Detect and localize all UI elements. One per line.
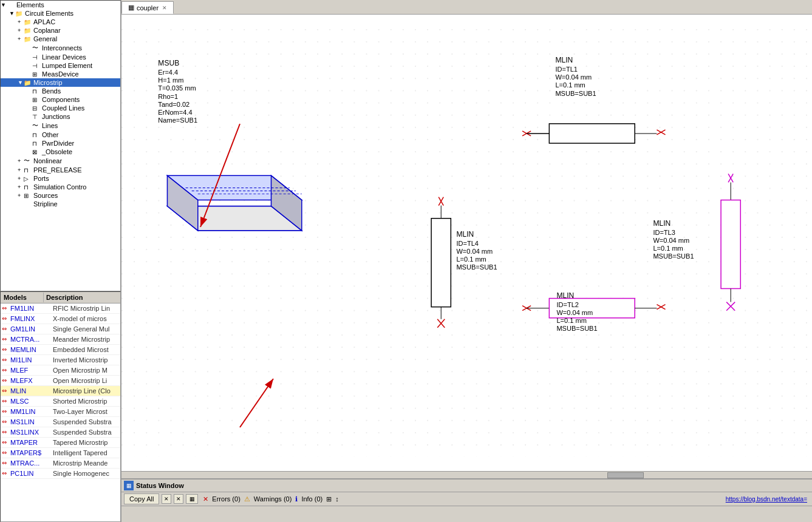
tree-item-coplanar[interactable]: + 📁 Coplanar bbox=[1, 26, 120, 35]
tree-item-components[interactable]: ⊞ Components bbox=[1, 95, 120, 104]
model-description: Microstrip Meande bbox=[50, 459, 120, 467]
model-name: MS1LINX bbox=[8, 428, 50, 436]
model-row-fm1lin[interactable]: ⇔ FM1LIN RFIC Microstrip Lin bbox=[1, 303, 120, 314]
svg-text:W=0.04 mm: W=0.04 mm bbox=[556, 309, 593, 316]
model-row-pc1lin[interactable]: ⇔ PC1LIN Single Homogenec bbox=[1, 469, 120, 479]
model-name: MLSC bbox=[8, 397, 50, 405]
models-list[interactable]: ⇔ FM1LIN RFIC Microstrip Lin ⇔ FMLINX X-… bbox=[1, 303, 120, 521]
tree-icon: 📁 bbox=[24, 27, 32, 34]
copy-all-button[interactable]: Copy All bbox=[124, 493, 159, 504]
tab-close-icon[interactable]: ✕ bbox=[162, 5, 167, 11]
model-row-mlin[interactable]: ⇔ MLIN Microstrip Line (Clo bbox=[1, 386, 120, 396]
model-arrow-icon: ⇔ bbox=[1, 376, 8, 385]
tree-item-bends[interactable]: ⊓ Bends bbox=[1, 87, 120, 95]
model-row-mlef[interactable]: ⇔ MLEF Open Microstrip M bbox=[1, 365, 120, 376]
scroll-thumb[interactable] bbox=[607, 472, 644, 478]
tab-coupler[interactable]: ▦ coupler ✕ bbox=[121, 1, 174, 14]
tree-icon: ⊓ bbox=[32, 140, 41, 147]
filter-button[interactable]: ▦ bbox=[186, 494, 198, 504]
model-name: PC1LIN bbox=[8, 469, 50, 478]
tree-icon: ⊞ bbox=[32, 97, 41, 103]
tree-toggle: + bbox=[18, 167, 24, 173]
tree-label: MeasDevice bbox=[42, 70, 79, 78]
tree-item-sources[interactable]: + ⊞ Sources bbox=[1, 191, 120, 200]
tree-item-lines[interactable]: 〜 Lines bbox=[1, 121, 120, 130]
model-row-memlin[interactable]: ⇔ MEMLIN Embedded Microst bbox=[1, 345, 120, 355]
tree-item-junctions[interactable]: ⊤ Junctions bbox=[1, 112, 120, 121]
model-arrow-icon: ⇔ bbox=[1, 325, 8, 333]
tree-label: APLAC bbox=[33, 18, 55, 25]
tree-icon: ⊓ bbox=[32, 88, 41, 95]
svg-text:Er=4.4: Er=4.4 bbox=[158, 69, 178, 76]
svg-text:H=1 mm: H=1 mm bbox=[158, 76, 183, 84]
tree-label: Nonlinear bbox=[33, 157, 62, 164]
model-name: MTRAC... bbox=[8, 459, 50, 467]
tree-item-obsolete[interactable]: ⊠ _Obsolete bbox=[1, 147, 120, 156]
model-description: Intelligent Tapered bbox=[50, 449, 120, 457]
model-row-gm1lin[interactable]: ⇔ GM1LIN Single General Mul bbox=[1, 324, 120, 334]
tree-item-meas-device[interactable]: ⊞ MeasDevice bbox=[1, 70, 120, 78]
svg-text:MLIN: MLIN bbox=[556, 291, 574, 300]
model-row-ms1linx[interactable]: ⇔ MS1LINX Suspended Substra bbox=[1, 427, 120, 438]
tree-item-aplac[interactable]: + 📁 APLAC bbox=[1, 18, 120, 26]
tree-toggle: + bbox=[18, 175, 24, 181]
tree-icon: ⊣ bbox=[32, 63, 41, 69]
tree-icon: ⊣ bbox=[32, 54, 41, 61]
tree-item-ports[interactable]: + ▷ Ports bbox=[1, 174, 120, 183]
filter-icon-2: ↕ bbox=[335, 495, 339, 503]
model-row-mtrac...[interactable]: ⇔ MTRAC... Microstrip Meande bbox=[1, 458, 120, 469]
tree-item-other[interactable]: ⊓ Other bbox=[1, 130, 120, 139]
model-row-mm1lin[interactable]: ⇔ MM1LIN Two-Layer Microst bbox=[1, 407, 120, 417]
errors-count: Errors (0) bbox=[212, 495, 240, 503]
tree-label: Lumped Element bbox=[42, 62, 92, 69]
model-name: MLEF bbox=[8, 366, 50, 375]
model-row-mlsc[interactable]: ⇔ MLSC Shorted Microstrip bbox=[1, 396, 120, 407]
model-arrow-icon: ⇔ bbox=[1, 366, 8, 375]
tree-item-sim-control[interactable]: + ⊓ Simulation Contro bbox=[1, 183, 120, 191]
model-row-mtaper$[interactable]: ⇔ MTAPER$ Intelligent Tapered bbox=[1, 448, 120, 458]
tree-item-general[interactable]: + 📁 General bbox=[1, 35, 120, 43]
model-description: Inverted Microstrip bbox=[50, 356, 120, 364]
tree-item-microstrip[interactable]: ▼ 📁 Microstrip bbox=[1, 78, 120, 87]
tree-label: Ports bbox=[33, 175, 49, 182]
tree-item-pwr-divider[interactable]: ⊓ PwrDivider bbox=[1, 139, 120, 147]
model-arrow-icon: ⇔ bbox=[1, 469, 8, 478]
tree-item-circuit-elements[interactable]: ▼ 📁 Circuit Elements bbox=[1, 9, 120, 18]
model-row-mtaper[interactable]: ⇔ MTAPER Tapered Microstrip bbox=[1, 438, 120, 448]
svg-text:Name=SUB1: Name=SUB1 bbox=[158, 117, 197, 124]
model-row-mctra...[interactable]: ⇔ MCTRA... Meander Microstrip bbox=[1, 334, 120, 345]
status-window-icon: ▦ bbox=[124, 481, 134, 490]
model-row-mi1lin[interactable]: ⇔ MI1LIN Inverted Microstrip bbox=[1, 355, 120, 365]
model-arrow-icon: ⇔ bbox=[1, 345, 8, 354]
model-arrow-icon: ⇔ bbox=[1, 356, 8, 364]
tree-toggle: + bbox=[18, 19, 24, 25]
info-count: Info (0) bbox=[301, 495, 322, 503]
tree-item-linear-devices[interactable]: ⊣ Linear Devices bbox=[1, 53, 120, 61]
model-description: RFIC Microstrip Lin bbox=[50, 304, 120, 313]
tree-icon: ⊤ bbox=[32, 114, 41, 120]
model-arrow-icon: ⇔ bbox=[1, 438, 8, 447]
tree-panel[interactable]: ▼ Elements ▼ 📁 Circuit Elements + 📁 APLA… bbox=[0, 0, 121, 291]
models-header: Models Description bbox=[1, 292, 120, 303]
tree-item-pre-release[interactable]: + ⊓ PRE_RELEASE bbox=[1, 166, 120, 174]
status-url[interactable]: https://blog.bsdn.net/textdata= bbox=[726, 496, 810, 503]
tree-item-interconnects[interactable]: 〜 Interconnects bbox=[1, 43, 120, 53]
clear-button-1[interactable]: ✕ bbox=[162, 494, 171, 504]
tree-icon: 〜 bbox=[32, 121, 41, 130]
tree-item-lumped-element[interactable]: ⊣ Lumped Element bbox=[1, 61, 120, 70]
svg-text:Tand=0.02: Tand=0.02 bbox=[158, 101, 189, 108]
tree-item-nonlinear[interactable]: + 〜 Nonlinear bbox=[1, 156, 120, 166]
model-row-fmlinx[interactable]: ⇔ FMLINX X-model of micros bbox=[1, 314, 120, 324]
horizontal-scrollbar[interactable] bbox=[121, 471, 812, 478]
tree-item-stripline[interactable]: Stripline bbox=[1, 200, 120, 208]
tree-item-elements-root[interactable]: ▼ Elements bbox=[1, 1, 120, 9]
model-row-mlefx[interactable]: ⇔ MLEFX Open Microstrip Li bbox=[1, 376, 120, 386]
model-row-ms1lin[interactable]: ⇔ MS1LIN Suspended Substra bbox=[1, 417, 120, 427]
model-description: Suspended Substra bbox=[50, 428, 120, 436]
schematic-canvas[interactable]: MSUB Er=4.4 H=1 mm T=0.035 mm Rho=1 Tand… bbox=[121, 15, 812, 471]
model-name: MTAPER bbox=[8, 438, 50, 447]
model-description: Tapered Microstrip bbox=[50, 438, 120, 447]
tree-item-coupled-lines[interactable]: ⊟ Coupled Lines bbox=[1, 104, 120, 112]
svg-text:MLIN: MLIN bbox=[456, 230, 474, 239]
clear-button-2[interactable]: ✕ bbox=[174, 494, 183, 504]
